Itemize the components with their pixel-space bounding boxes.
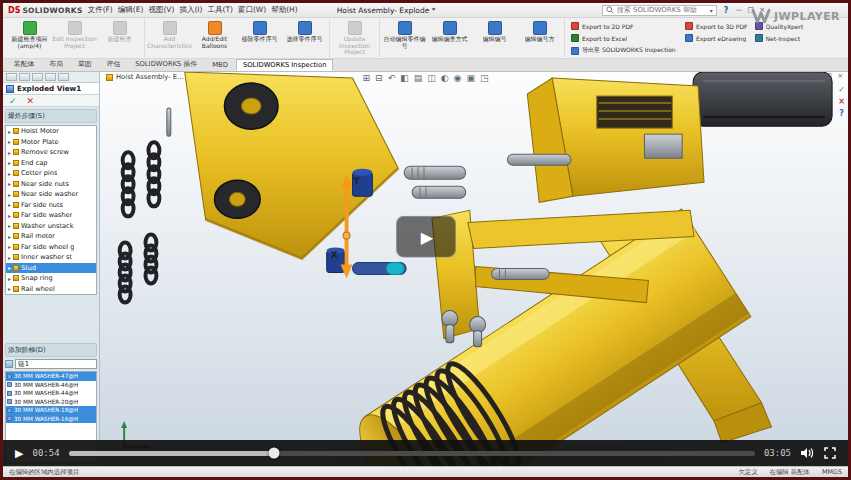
tab-6[interactable]: SOLIDWORKS Inspection (236, 59, 334, 71)
zoom-area-icon[interactable]: ⊟ (375, 73, 383, 83)
explode-step-item[interactable]: ▸Inner washer st (6, 252, 96, 263)
menu-item[interactable]: 工具(T) (207, 5, 232, 15)
ribbon-button[interactable]: Add/Edit Balloons (192, 19, 237, 57)
help-search[interactable]: ▾ (602, 5, 717, 16)
manager-tab-display[interactable] (58, 73, 69, 81)
export-button[interactable]: Net-Inspect (755, 34, 804, 42)
washer-stacks-part[interactable] (120, 142, 160, 302)
add-step-header[interactable]: 添加阶梯(D) (5, 343, 97, 357)
explode-step-item[interactable]: ▸Hoist Motor (6, 126, 96, 137)
tab-2[interactable]: 草图 (71, 57, 99, 71)
volume-icon[interactable] (800, 447, 815, 459)
ribbon-button[interactable]: 新建检查项目(amp/4) (7, 19, 52, 57)
feature-tree-flyout[interactable]: Hoist Assembly- E... (106, 73, 184, 81)
trolley-side-plate-part[interactable] (185, 72, 398, 258)
zoom-fit-icon[interactable]: ⊞ (363, 73, 371, 83)
display-style-icon[interactable]: ◫ (427, 73, 436, 83)
apply-scene-icon[interactable]: ▣ (466, 73, 475, 83)
component-item[interactable]: 30 MM WASHER-18@H (6, 406, 96, 415)
explode-step-item[interactable]: ▸End cap (6, 158, 96, 169)
manager-tab-configurations[interactable] (32, 73, 43, 81)
view-settings-icon[interactable]: ◳ (480, 73, 489, 83)
ribbon-button[interactable]: 编辑编号 (472, 19, 517, 57)
expand-arrow-icon: ▸ (8, 233, 11, 240)
rope-drum-part[interactable] (328, 209, 750, 466)
explode-steps-header[interactable]: 爆炸步骤(S) (5, 109, 97, 123)
help-icon[interactable]: ? (722, 6, 731, 15)
tab-0[interactable]: 装配体 (7, 57, 41, 71)
ok-button[interactable]: ✓ (9, 96, 17, 106)
manager-tab-features[interactable] (6, 73, 17, 81)
export-button[interactable]: Export to 3D PDF (685, 22, 748, 30)
export-button[interactable]: Export eDrawing (685, 34, 748, 42)
manager-tab-dimxpert[interactable] (45, 73, 56, 81)
explode-step-item[interactable]: ▸Far side nuts (6, 200, 96, 211)
explode-step-item[interactable]: ▸Cotter pins (6, 168, 96, 179)
explode-step-item[interactable]: ▸Far side wheel g (6, 242, 96, 253)
highlighted-stud-part[interactable] (386, 262, 404, 274)
fullscreen-icon[interactable] (824, 447, 836, 459)
previous-view-icon[interactable]: ↶ (388, 73, 396, 83)
export-button[interactable]: Export to 2D PDF (571, 22, 678, 30)
explode-steps-list: ▸Hoist Motor▸Motor Plate▸Remove screw▸En… (5, 125, 97, 295)
section-view-icon[interactable]: ◧ (400, 73, 409, 83)
tab-5[interactable]: MBD (205, 59, 235, 71)
export-button[interactable]: 导出至 SOLIDWORKS Inspection 项目 (571, 46, 678, 55)
explode-step-item[interactable]: ▸Near side washer (6, 189, 96, 200)
tab-1[interactable]: 布局 (42, 57, 70, 71)
explode-step-item[interactable]: ▸Stud (6, 263, 96, 274)
menu-item[interactable]: 文件(F) (88, 5, 113, 15)
chevron-down-icon[interactable]: ▾ (710, 7, 713, 14)
doc-restore-button[interactable]: □ (826, 72, 833, 80)
ribbon-button[interactable]: 自动编辑零件编号 (382, 19, 427, 57)
explode-step-item[interactable]: ▸Washer unstack (6, 221, 96, 232)
search-input[interactable] (617, 6, 707, 14)
doc-close-button[interactable]: × (837, 72, 843, 80)
explode-step-item[interactable]: ▸Near side nuts (6, 179, 96, 190)
ribbon-button[interactable]: 编辑编号方 (517, 19, 562, 57)
video-player: DS SOLIDWORKS 文件(F)编辑(E)视图(V)插入(I)工具(T)窗… (0, 0, 851, 480)
progress-handle[interactable] (269, 448, 280, 459)
menu-item[interactable]: 帮助(H) (271, 5, 298, 15)
component-item[interactable]: 30 MM WASHER-44@H (6, 389, 96, 398)
component-item[interactable]: 30 MM WASHER-20@H (6, 398, 96, 407)
hide-show-icon[interactable]: ◐ (441, 73, 449, 83)
progress-bar[interactable] (69, 451, 755, 456)
play-button[interactable]: ▶ (15, 447, 23, 460)
cotter-pin-part[interactable] (167, 108, 171, 136)
pm-cancel-icon[interactable]: × (838, 97, 845, 106)
view-orientation-icon[interactable]: ▤ (414, 73, 423, 83)
explode-step-item[interactable]: ▸Remove screw (6, 147, 96, 158)
ribbon-button[interactable]: 编辑编查方式 (427, 19, 472, 57)
cancel-button[interactable]: ✕ (27, 96, 35, 106)
doc-minimize-button[interactable]: — (814, 72, 821, 80)
menu-item[interactable]: 视图(V) (148, 5, 174, 15)
explode-step-item[interactable]: ▸Motor Plate (6, 137, 96, 148)
export-column: QualityXpertNet-Inspect (755, 22, 804, 57)
ribbon-button[interactable]: 选择零件序号 (282, 19, 327, 57)
chain-input[interactable] (15, 359, 97, 369)
menu-item[interactable]: 窗口(W) (238, 5, 266, 15)
edit-appearance-icon[interactable]: ◉ (454, 73, 462, 83)
ribbon-button[interactable]: 移除零件序号 (237, 19, 282, 57)
big-play-button[interactable]: ▶ (396, 216, 456, 258)
component-item[interactable]: 30 MM WASHER-47@H (6, 372, 96, 381)
minimize-button[interactable]: — (736, 6, 743, 14)
manager-tab-properties[interactable] (19, 73, 30, 81)
explode-step-item[interactable]: ▸Rail wheel (6, 284, 96, 295)
component-item[interactable]: 30 MM WASHER-16@H (6, 415, 96, 424)
menu-item[interactable]: 插入(I) (179, 5, 202, 15)
explode-step-item[interactable]: ▸Rail motor (6, 231, 96, 242)
tab-3[interactable]: 评估 (100, 57, 128, 71)
explode-step-item[interactable]: ▸Snap ring (6, 273, 96, 284)
hoist-motor-part[interactable] (527, 72, 832, 202)
component-item[interactable]: 30 MM WASHER-46@H (6, 381, 96, 390)
graphics-viewport[interactable]: Y X Hoist Assembly- E... ⊞⊟↶◧▤◫◐◉▣◳ — (3, 72, 848, 466)
menu-item[interactable]: 编辑(E) (118, 5, 144, 15)
explode-step-item[interactable]: ▸Far side washer (6, 210, 96, 221)
pm-ok-icon[interactable]: ✓ (838, 85, 845, 94)
tab-4[interactable]: SOLIDWORKS 插件 (128, 57, 204, 71)
export-button[interactable]: Export to Excel (571, 34, 678, 42)
hoist-assembly-3d-model[interactable]: Y X (3, 72, 848, 466)
pm-help-icon[interactable]: ? (839, 109, 844, 118)
